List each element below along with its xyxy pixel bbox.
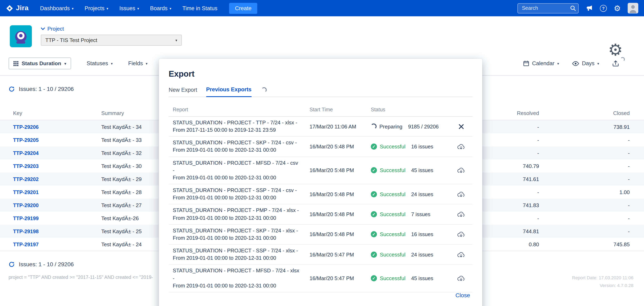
chevron-down-icon: ▾	[137, 6, 139, 10]
settings-icon[interactable]: ⚙	[614, 4, 621, 12]
app-settings-gear-icon[interactable]: ⚙	[608, 42, 623, 58]
export-status: ✓ Successful 16 issues	[367, 231, 450, 238]
status-label: Preparing	[380, 123, 402, 130]
col-header-start-time: Start Time	[310, 107, 367, 113]
status-detail: 45 issues	[411, 275, 433, 281]
chevron-down-icon	[41, 27, 45, 30]
export-start-time: 17/Mar/20 11:06 AM	[310, 123, 367, 130]
report-type-button[interactable]: Status Duration ▾	[8, 57, 71, 69]
export-tabs: New Export Previous Exports	[169, 86, 472, 97]
download-icon[interactable]	[457, 231, 465, 238]
issue-key-link[interactable]: TTP-29200	[13, 202, 38, 208]
status-label: Successful	[380, 144, 406, 150]
help-icon[interactable]: ?	[600, 5, 607, 12]
refresh-icon[interactable]	[8, 86, 15, 92]
screen: Jira Dashboards▾ Projects▾ Issues▾ Board…	[0, 0, 644, 306]
issue-key-link[interactable]: TTP-29204	[13, 150, 38, 156]
success-check-icon: ✓	[371, 191, 377, 197]
issue-closed-value: -	[553, 163, 644, 169]
nav-issues[interactable]: Issues▾	[119, 5, 139, 11]
issue-key-link[interactable]: TTP-29198	[13, 229, 38, 234]
days-dropdown[interactable]: Days▾	[572, 60, 599, 66]
jira-logo[interactable]: Jira	[6, 4, 28, 12]
tab-new-export[interactable]: New Export	[169, 87, 197, 97]
chevron-down-icon: ▾	[597, 62, 599, 66]
project-select[interactable]: TTP - TIS Test Project ▾	[41, 35, 182, 46]
search-input[interactable]	[518, 3, 579, 13]
calendar-dropdown[interactable]: Calendar▾	[523, 60, 559, 66]
success-check-icon: ✓	[371, 167, 377, 173]
cancel-export-icon[interactable]	[458, 124, 464, 129]
export-status: ✓ Preparing 9185 / 29206	[367, 123, 450, 130]
issue-key-link[interactable]: TTP-29202	[13, 176, 38, 182]
export-start-time: 16/Mar/20 5:47 PM	[310, 251, 367, 258]
issue-resolved-value: -	[492, 124, 553, 130]
status-detail: 24 issues	[411, 251, 433, 258]
chevron-down-icon: ▾	[106, 6, 108, 10]
nav-projects[interactable]: Projects▾	[84, 5, 108, 11]
download-icon[interactable]	[457, 251, 465, 258]
issue-closed-value: 738.91	[553, 124, 644, 130]
export-status: ✓ Successful 45 issues	[367, 167, 450, 173]
export-dialog: Export New Export Previous Exports Repor…	[159, 59, 482, 306]
export-start-time: 16/Mar/20 5:47 PM	[310, 275, 367, 281]
fields-dropdown[interactable]: Fields▾	[128, 60, 148, 66]
search-icon[interactable]	[570, 5, 576, 11]
chevron-down-icon: ▾	[170, 6, 172, 10]
download-icon[interactable]	[457, 211, 465, 218]
export-report-name: STATUS_DURATION - PROJECT - MFSD - 7/24 …	[169, 159, 310, 181]
issue-key-link[interactable]: TTP-29206	[13, 124, 38, 130]
issue-resolved-value: 741.61	[492, 176, 553, 182]
refresh-icon[interactable]	[8, 261, 15, 267]
export-table-header: Report Start Time Status	[169, 107, 472, 117]
export-report-name: STATUS_DURATION - PROJECT - PMP - 7/24 -…	[169, 207, 310, 222]
download-icon[interactable]	[457, 191, 465, 198]
issue-resolved-value: 741.83	[492, 202, 553, 208]
report-date: Report Date: 17.03.2020 11:06	[572, 274, 634, 282]
calendar-icon	[523, 60, 529, 66]
status-detail: 24 issues	[411, 191, 433, 197]
issue-closed-value: -	[553, 176, 644, 182]
issue-key-link[interactable]: TTP-29205	[13, 137, 38, 143]
col-header-report: Report	[169, 107, 310, 113]
close-dialog-link[interactable]: Close	[455, 292, 470, 299]
brand-name: Jira	[16, 4, 28, 12]
chevron-down-icon: ▾	[176, 38, 177, 42]
export-status: ✓ Successful 45 issues	[367, 275, 450, 281]
project-breadcrumb[interactable]: Project	[41, 26, 182, 32]
export-icon	[612, 61, 619, 68]
tab-previous-exports[interactable]: Previous Exports	[206, 86, 252, 97]
download-icon[interactable]	[457, 275, 465, 282]
status-label: Successful	[380, 275, 406, 281]
statuses-dropdown[interactable]: Statuses▾	[86, 60, 113, 66]
export-status: ✓ Successful 24 issues	[367, 191, 450, 197]
user-avatar[interactable]	[628, 3, 638, 13]
export-row: STATUS_DURATION - PROJECT - SSP - 7/24 -…	[169, 245, 472, 265]
issue-closed-value: -	[553, 137, 644, 143]
announcement-icon[interactable]	[586, 5, 593, 11]
issue-resolved-value: -	[492, 215, 553, 221]
export-button[interactable]	[612, 60, 619, 67]
issue-key-link[interactable]: TTP-29199	[13, 215, 38, 221]
export-status: ✓ Successful 16 issues	[367, 144, 450, 150]
issue-key-link[interactable]: TTP-29203	[13, 163, 38, 169]
issue-closed-value: 745.85	[553, 241, 644, 247]
export-row: STATUS_DURATION - PROJECT - MFSD - 7/24 …	[169, 157, 472, 184]
jira-logo-icon	[6, 4, 14, 12]
loading-spinner	[261, 87, 267, 93]
dialog-title: Export	[169, 59, 472, 79]
create-button[interactable]: Create	[229, 3, 257, 14]
download-icon[interactable]	[457, 143, 465, 150]
chevron-down-icon: ▾	[72, 6, 74, 10]
nav-boards[interactable]: Boards▾	[150, 5, 171, 11]
download-icon[interactable]	[457, 167, 465, 174]
export-report-name: STATUS_DURATION - PROJECT - SSP - 7/24 -…	[169, 187, 310, 202]
nav-time-in-status[interactable]: Time in Status	[182, 5, 218, 11]
issue-resolved-value: 740.79	[492, 163, 553, 169]
issue-closed-value: -	[553, 228, 644, 234]
status-label: Successful	[380, 251, 406, 258]
status-label: Successful	[380, 167, 406, 173]
issue-key-link[interactable]: TTP-29197	[13, 242, 38, 247]
issue-key-link[interactable]: TTP-29201	[13, 189, 38, 195]
nav-dashboards[interactable]: Dashboards▾	[40, 5, 74, 11]
